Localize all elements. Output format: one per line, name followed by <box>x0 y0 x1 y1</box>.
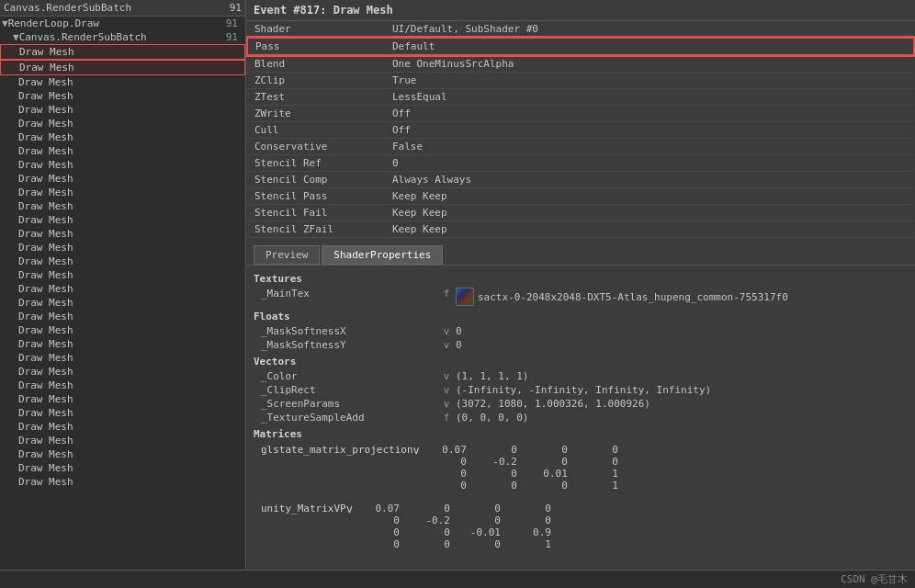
property-row: Stencil ZFailKeep Keep <box>247 221 914 238</box>
matrix-cell: 0 <box>504 503 555 514</box>
prop-value: False <box>385 139 914 155</box>
float-value: 0 <box>456 325 908 337</box>
tree-item[interactable]: Draw Mesh <box>0 337 245 351</box>
shader-section: Textures _MainTex f sactx-0-2048x2048-DX… <box>246 266 915 563</box>
tree-item[interactable]: Draw Mesh <box>0 323 245 337</box>
tree-item[interactable]: Draw Mesh <box>0 144 245 158</box>
tree-item[interactable]: Draw Mesh <box>0 254 245 268</box>
tree-item[interactable]: Draw Mesh <box>0 60 245 75</box>
tree-item[interactable]: Draw Mesh <box>0 461 245 475</box>
tree-item[interactable]: Draw Mesh <box>0 351 245 365</box>
tab-shader-properties[interactable]: ShaderProperties <box>322 245 443 265</box>
prop-value: Keep Keep <box>385 205 914 221</box>
tree-item[interactable]: Draw Mesh <box>0 227 245 241</box>
prop-value: Off <box>385 122 914 139</box>
tab-preview[interactable]: Preview <box>254 245 320 265</box>
tree-item[interactable]: Draw Mesh <box>0 447 245 461</box>
prop-name: Stencil ZFail <box>247 221 385 238</box>
tree-item[interactable]: Draw Mesh <box>0 117 245 130</box>
tree-item[interactable]: Draw Mesh <box>0 186 245 199</box>
floats-container: _MaskSoftnessX v 0 _MaskSoftnessY v 0 <box>254 324 908 352</box>
tree-item[interactable]: Draw Mesh <box>0 268 245 282</box>
matrix-cell: 0 <box>403 526 454 538</box>
vector-type: v <box>437 398 456 410</box>
tree-item[interactable]: Draw Mesh <box>0 213 245 227</box>
matrix-cell: 0 <box>504 514 555 526</box>
matrix-cell: 0 <box>454 538 504 550</box>
texture-preview-icon <box>456 288 474 306</box>
event-header: Event #817: Draw Mesh <box>246 0 915 21</box>
matrix-cell: 0 <box>470 480 521 492</box>
tree-item[interactable]: ▼ RenderLoop.Draw91 <box>0 17 245 30</box>
watermark: CSDN @毛甘木 <box>841 572 908 586</box>
texture-filename: sactx-0-2048x2048-DXT5-Atlas_hupeng_comm… <box>478 291 788 303</box>
prop-value: 0 <box>385 155 914 172</box>
prop-name: Shader <box>247 21 385 38</box>
matrix-type: v <box>413 444 420 457</box>
tree-item[interactable]: Draw Mesh <box>0 103 245 117</box>
tree-item[interactable]: Draw Mesh <box>0 241 245 254</box>
tree-item[interactable]: Draw Mesh <box>0 44 245 60</box>
tree-item[interactable]: Draw Mesh <box>0 310 245 323</box>
matrix-cell: 1 <box>504 538 555 550</box>
tree-item[interactable]: Draw Mesh <box>0 282 245 296</box>
matrix-row: unity_MatrixVPv0.070000-0.20000-0.010.90… <box>254 501 908 552</box>
texture-value: sactx-0-2048x2048-DXT5-Atlas_hupeng_comm… <box>456 288 908 306</box>
matrix-cell: 0 <box>521 480 571 492</box>
float-name: _MaskSoftnessX <box>254 325 437 337</box>
matrix-type: v <box>346 503 353 515</box>
tree-item[interactable]: Draw Mesh <box>0 434 245 447</box>
vectors-container: _Color v (1, 1, 1, 1) _ClipRect v (-Infi… <box>254 369 908 424</box>
prop-name: Stencil Ref <box>247 155 385 172</box>
tree-item[interactable]: Draw Mesh <box>0 475 245 489</box>
matrix-cell: -0.2 <box>470 456 521 468</box>
tree-item[interactable]: Draw Mesh <box>0 199 245 213</box>
tree-item[interactable]: ▼ Canvas.RenderSubBatch91 <box>0 30 245 44</box>
tree-item[interactable]: Draw Mesh <box>0 420 245 434</box>
float-name: _MaskSoftnessY <box>254 339 437 351</box>
matrix-cell: 0 <box>420 480 470 492</box>
vector-name: _ScreenParams <box>254 398 437 410</box>
prop-value: UI/Default, SubShader #0 <box>385 21 914 38</box>
tree-container: ▼ RenderLoop.Draw91▼ Canvas.RenderSubBat… <box>0 17 245 489</box>
float-row: _MaskSoftnessX v 0 <box>254 324 908 338</box>
matrix-cell: 0 <box>403 538 454 550</box>
vector-type: v <box>437 370 456 382</box>
matrix-cell: 0 <box>353 538 403 550</box>
property-row: Stencil Ref0 <box>247 155 914 172</box>
texture-type: f <box>437 288 456 300</box>
tree-item[interactable]: Draw Mesh <box>0 89 245 103</box>
tree-item[interactable]: Draw Mesh <box>0 75 245 89</box>
tree-item[interactable]: Draw Mesh <box>0 172 245 186</box>
vector-row: _ClipRect v (-Infinity, -Infinity, Infin… <box>254 383 908 397</box>
float-type: v <box>437 325 456 337</box>
prop-name: ZWrite <box>247 106 385 122</box>
matrix-cell: 0 <box>571 444 622 456</box>
matrix-cell: 0 <box>521 456 571 468</box>
prop-name: ZClip <box>247 73 385 89</box>
matrix-cell: -0.01 <box>454 526 504 538</box>
vector-type: f <box>437 412 456 424</box>
vector-name: _Color <box>254 370 437 382</box>
prop-value: Keep Keep <box>385 221 914 238</box>
tabs-bar: Preview ShaderProperties <box>246 238 915 266</box>
vector-name: _TextureSampleAdd <box>254 412 437 424</box>
tree-item[interactable]: Draw Mesh <box>0 392 245 406</box>
tree-item[interactable]: Draw Mesh <box>0 130 245 144</box>
tree-item[interactable]: Draw Mesh <box>0 406 245 420</box>
property-row: ConservativeFalse <box>247 139 914 155</box>
texture-name: _MainTex <box>254 288 437 300</box>
property-row: PassDefault <box>247 38 914 55</box>
tree-item[interactable]: Draw Mesh <box>0 158 245 172</box>
tree-item[interactable]: Draw Mesh <box>0 379 245 392</box>
textures-header: Textures <box>254 269 908 287</box>
property-row: BlendOne OneMinusSrcAlpha <box>247 55 914 73</box>
floats-header: Floats <box>254 307 908 324</box>
vectors-header: Vectors <box>254 352 908 369</box>
prop-name: ZTest <box>247 89 385 106</box>
prop-name: Conservative <box>247 139 385 155</box>
tree-item[interactable]: Draw Mesh <box>0 296 245 310</box>
property-row: Stencil CompAlways Always <box>247 172 914 188</box>
tree-item[interactable]: Draw Mesh <box>0 365 245 379</box>
matrix-cell: 0.07 <box>353 503 403 514</box>
